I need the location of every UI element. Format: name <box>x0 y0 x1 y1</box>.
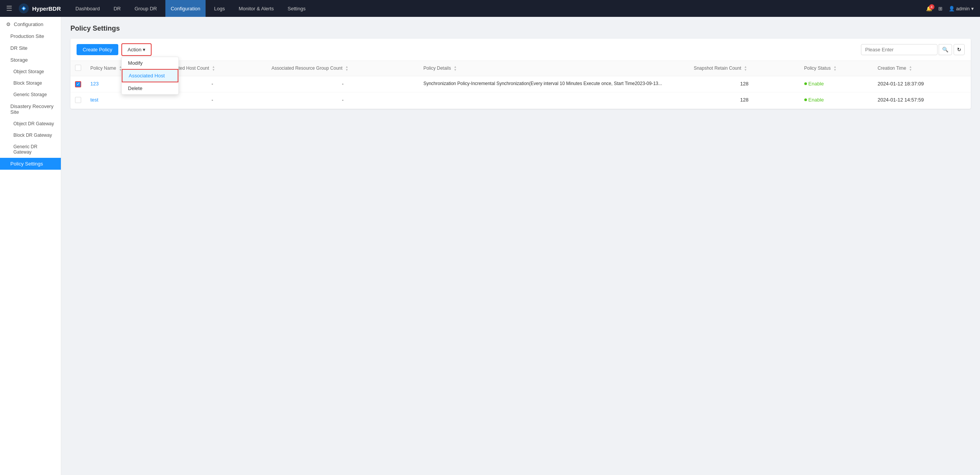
sidebar-item-policy-settings[interactable]: Policy Settings <box>0 158 61 170</box>
row-checkbox-cell: ✓ <box>70 76 86 92</box>
sort-icon-resource-group-count: ▲▼ <box>345 66 348 72</box>
policy-table: Policy Name ▲▼ Associated Host Count ▲▼ … <box>70 61 971 109</box>
row-snapshot-retain-count: 128 <box>689 92 799 109</box>
sidebar-item-production-site[interactable]: Production Site <box>0 30 61 42</box>
chevron-down-icon: ▾ <box>971 6 974 11</box>
status-dot-icon <box>804 98 807 101</box>
dropdown-item-delete[interactable]: Delete <box>122 82 178 94</box>
sidebar-item-block-dr-gateway[interactable]: Block DR Gateway <box>0 129 61 141</box>
status-dot-icon <box>804 82 807 85</box>
header-snapshot-retain-count: Snapshot Retain Count ▲▼ <box>689 61 799 76</box>
create-policy-button[interactable]: Create Policy <box>77 44 118 55</box>
nav-item-logs[interactable]: Logs <box>209 0 230 17</box>
search-button[interactable]: 🔍 <box>939 44 952 55</box>
app-switcher-icon[interactable]: ⊞ <box>938 6 942 11</box>
user-icon: 👤 <box>949 6 955 11</box>
sort-icon-snapshot-retain-count: ▲▼ <box>744 66 747 72</box>
sidebar-item-object-storage[interactable]: Object Storage <box>0 66 61 77</box>
row-snapshot-retain-count: 128 <box>689 76 799 92</box>
main-content: Policy Settings Create Policy Action ▾ M… <box>61 17 980 475</box>
hamburger-icon[interactable]: ☰ <box>6 4 12 13</box>
row-checkbox[interactable] <box>75 97 81 103</box>
header-policy-status: Policy Status ▲▼ <box>800 61 873 76</box>
sort-icon-host-count: ▲▼ <box>212 66 215 72</box>
row-policy-details <box>419 92 689 109</box>
header-checkbox-cell <box>70 61 86 76</box>
policy-name-link[interactable]: 123 <box>90 81 99 87</box>
sidebar-item-disaster-recovery-site[interactable]: Disastery Recovery Site <box>0 100 61 118</box>
row-policy-details: Synchronization Policy-Incremental Synch… <box>419 76 689 92</box>
sort-icon-creation-time: ▲▼ <box>909 66 912 72</box>
sort-icon-policy-details: ▲▼ <box>454 66 457 72</box>
action-button[interactable]: Action ▾ <box>121 43 152 56</box>
row-checkbox[interactable]: ✓ <box>75 81 81 87</box>
row-policy-status: Enable <box>800 76 873 92</box>
sidebar-item-generic-dr-gateway[interactable]: Generic DR Gateway <box>0 141 61 158</box>
top-navigation: ☰ HyperBDR Dashboard DR Group DR Configu… <box>0 0 980 17</box>
dropdown-item-modify[interactable]: Modify <box>122 57 178 69</box>
nav-item-settings[interactable]: Settings <box>282 0 311 17</box>
admin-menu[interactable]: 👤 admin ▾ <box>949 6 974 11</box>
row-policy-status: Enable <box>800 92 873 109</box>
chevron-down-icon: ▾ <box>143 47 145 52</box>
nav-item-monitor-alerts[interactable]: Monitor & Alerts <box>233 0 279 17</box>
status-badge: Enable <box>804 81 869 87</box>
notification-badge: 4 <box>929 4 934 10</box>
sidebar-item-dr-site[interactable]: DR Site <box>0 42 61 54</box>
page-title: Policy Settings <box>70 25 971 33</box>
action-label: Action <box>127 47 141 52</box>
row-creation-time: 2024-01-12 18:37:09 <box>873 76 971 92</box>
notification-bell[interactable]: 🔔 4 <box>926 6 932 11</box>
status-label: Enable <box>808 97 824 103</box>
status-label: Enable <box>808 81 824 87</box>
header-policy-details: Policy Details ▲▼ <box>419 61 689 76</box>
sidebar-item-storage[interactable]: Storage <box>0 54 61 66</box>
sidebar-configuration-header[interactable]: ⚙ Configuration <box>0 17 61 30</box>
admin-label: admin <box>956 6 970 11</box>
policy-name-link[interactable]: test <box>90 97 98 103</box>
sort-icon-policy-status: ▲▼ <box>833 66 836 72</box>
search-box: 🔍 ↻ <box>861 44 965 55</box>
table-row: ✓123--Synchronization Policy-Incremental… <box>70 76 971 92</box>
nav-item-dr[interactable]: DR <box>108 0 126 17</box>
nav-item-group-dr[interactable]: Group DR <box>129 0 162 17</box>
action-dropdown-wrapper: Action ▾ Modify Associated Host Delete <box>121 43 152 56</box>
refresh-button[interactable]: ↻ <box>954 44 965 55</box>
app-logo: HyperBDR <box>18 3 61 14</box>
app-name: HyperBDR <box>32 5 61 12</box>
table-row: test--128Enable2024-01-12 14:57:59 <box>70 92 971 109</box>
row-checkbox-cell <box>70 92 86 109</box>
main-layout: ⚙ Configuration Production Site DR Site … <box>0 17 980 475</box>
row-resource-group-count: - <box>267 76 419 92</box>
table-toolbar: Create Policy Action ▾ Modify Associated… <box>70 39 971 61</box>
header-resource-group-count: Associated Resource Group Count ▲▼ <box>267 61 419 76</box>
sidebar-item-block-storage[interactable]: Block Storage <box>0 77 61 89</box>
status-badge: Enable <box>804 97 869 103</box>
gear-icon: ⚙ <box>6 21 11 27</box>
nav-item-configuration[interactable]: Configuration <box>165 0 206 17</box>
policy-table-container: Create Policy Action ▾ Modify Associated… <box>70 39 971 109</box>
top-nav-right: 🔔 4 ⊞ 👤 admin ▾ <box>926 6 974 11</box>
dropdown-item-associated-host[interactable]: Associated Host <box>122 69 178 82</box>
configuration-label: Configuration <box>14 21 43 27</box>
row-resource-group-count: - <box>267 92 419 109</box>
sidebar-item-object-dr-gateway[interactable]: Object DR Gateway <box>0 118 61 129</box>
sidebar: ⚙ Configuration Production Site DR Site … <box>0 17 61 475</box>
sidebar-item-generic-storage[interactable]: Generic Storage <box>0 89 61 100</box>
row-creation-time: 2024-01-12 14:57:59 <box>873 92 971 109</box>
nav-item-dashboard[interactable]: Dashboard <box>70 0 105 17</box>
header-checkbox[interactable] <box>75 65 81 71</box>
action-dropdown-menu: Modify Associated Host Delete <box>121 57 179 95</box>
header-creation-time: Creation Time ▲▼ <box>873 61 971 76</box>
search-input[interactable] <box>861 44 938 55</box>
